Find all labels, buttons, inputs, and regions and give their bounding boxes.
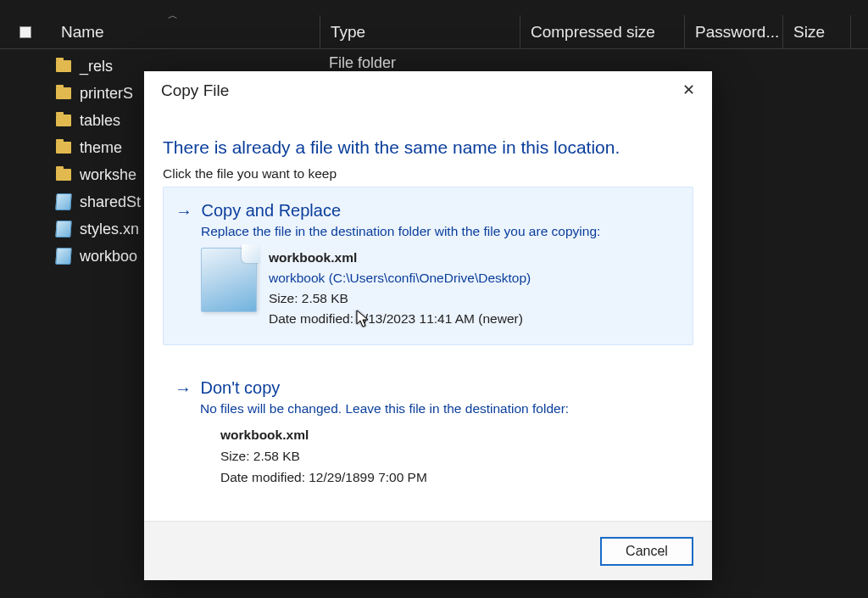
xml-file-icon xyxy=(55,193,71,210)
option-title: Don't copy xyxy=(200,378,280,397)
folder-icon xyxy=(56,60,71,72)
column-name[interactable]: Name ︿ xyxy=(51,15,320,48)
select-all-checkbox[interactable] xyxy=(0,26,51,38)
file-path: workbook (C:\Users\confi\OneDrive\Deskto… xyxy=(269,268,531,288)
cancel-button[interactable]: Cancel xyxy=(600,537,693,566)
column-headers: Name ︿ Type Compressed size Password... … xyxy=(0,15,868,49)
file-name: workbook.xml xyxy=(220,425,682,446)
option-description: No files will be changed. Leave this fil… xyxy=(200,401,682,416)
sort-caret-icon: ︿ xyxy=(168,8,178,23)
dialog-title: Copy File xyxy=(161,81,229,100)
column-password[interactable]: Password... xyxy=(685,15,783,48)
option-dont-copy[interactable]: → Don't copy No files will be changed. L… xyxy=(163,365,693,503)
file-size: Size: 2.58 KB xyxy=(269,288,531,309)
column-type[interactable]: Type xyxy=(320,15,520,48)
source-file-card: workbook.xml workbook (C:\Users\confi\On… xyxy=(201,248,681,329)
type-cell: File folder xyxy=(329,54,396,72)
file-size: Size: 2.58 KB xyxy=(220,446,682,467)
close-icon: ✕ xyxy=(682,81,695,99)
xml-file-icon xyxy=(55,248,71,265)
arrow-right-icon: → xyxy=(175,202,192,221)
explorer-background: Name ︿ Type Compressed size Password... … xyxy=(0,0,868,598)
folder-icon xyxy=(56,87,71,99)
dialog-headline: There is already a file with the same na… xyxy=(163,137,620,158)
column-size[interactable]: Size xyxy=(783,15,851,48)
file-icon xyxy=(201,248,257,312)
destination-file-card: workbook.xml Size: 2.58 KB Date modified… xyxy=(220,425,682,488)
option-title: Copy and Replace xyxy=(201,201,341,220)
copy-file-dialog: Copy File ✕ There is already a file with… xyxy=(144,71,712,580)
arrow-right-icon: → xyxy=(175,379,192,399)
column-compressed-size[interactable]: Compressed size xyxy=(520,15,685,48)
option-description: Replace the file in the destination fold… xyxy=(201,224,681,239)
option-copy-and-replace[interactable]: → Copy and Replace Replace the file in t… xyxy=(163,187,693,345)
folder-icon xyxy=(56,169,71,181)
dialog-footer: Cancel xyxy=(144,521,712,580)
dialog-subtext: Click the file you want to keep xyxy=(163,166,337,182)
file-date: Date modified: 4/13/2023 11:41 AM (newer… xyxy=(269,309,531,329)
folder-icon xyxy=(56,142,71,154)
file-name: workbook.xml xyxy=(269,248,531,268)
xml-file-icon xyxy=(55,221,71,238)
column-name-label: Name xyxy=(61,23,104,42)
file-date: Date modified: 12/29/1899 7:00 PM xyxy=(220,467,682,489)
folder-icon xyxy=(56,115,71,126)
close-button[interactable]: ✕ xyxy=(676,78,700,102)
